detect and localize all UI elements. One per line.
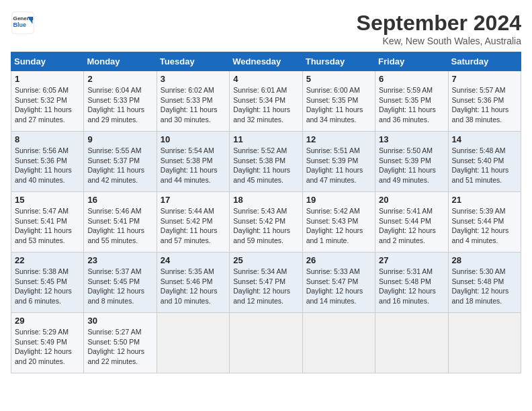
day-info: Sunrise: 5:39 AM Sunset: 5:44 PM Dayligh… <box>452 206 517 246</box>
day-info: Sunrise: 5:33 AM Sunset: 5:47 PM Dayligh… <box>306 267 371 306</box>
day-info: Sunrise: 5:29 AM Sunset: 5:49 PM Dayligh… <box>15 327 80 367</box>
day-info: Sunrise: 5:34 AM Sunset: 5:47 PM Dayligh… <box>233 267 298 306</box>
day-info: Sunrise: 5:37 AM Sunset: 5:45 PM Dayligh… <box>87 267 152 306</box>
day-number: 12 <box>306 134 371 144</box>
table-row: 21Sunrise: 5:39 AM Sunset: 5:44 PM Dayli… <box>448 192 521 253</box>
table-row <box>302 313 375 373</box>
day-number: 4 <box>233 74 298 84</box>
table-row: 16Sunrise: 5:46 AM Sunset: 5:41 PM Dayli… <box>84 192 157 253</box>
table-row: 28Sunrise: 5:30 AM Sunset: 5:48 PM Dayli… <box>448 253 521 313</box>
day-info: Sunrise: 6:00 AM Sunset: 5:35 PM Dayligh… <box>306 85 371 125</box>
table-row: 17Sunrise: 5:44 AM Sunset: 5:42 PM Dayli… <box>157 192 229 253</box>
day-number: 6 <box>379 74 444 84</box>
day-info: Sunrise: 5:31 AM Sunset: 5:48 PM Dayligh… <box>379 267 444 306</box>
table-row: 6Sunrise: 5:59 AM Sunset: 5:35 PM Daylig… <box>375 71 448 132</box>
table-row: 15Sunrise: 5:47 AM Sunset: 5:41 PM Dayli… <box>11 192 84 253</box>
day-info: Sunrise: 5:46 AM Sunset: 5:41 PM Dayligh… <box>87 206 152 246</box>
day-number: 8 <box>15 134 80 144</box>
page-header: General Blue September 2024 Kew, New Sou… <box>11 11 521 46</box>
table-row: 7Sunrise: 5:57 AM Sunset: 5:36 PM Daylig… <box>448 71 521 132</box>
table-row: 22Sunrise: 5:38 AM Sunset: 5:45 PM Dayli… <box>11 253 84 313</box>
table-row: 5Sunrise: 6:00 AM Sunset: 5:35 PM Daylig… <box>302 71 375 132</box>
table-row: 18Sunrise: 5:43 AM Sunset: 5:42 PM Dayli… <box>230 192 302 253</box>
day-number: 21 <box>452 195 517 205</box>
table-row: 26Sunrise: 5:33 AM Sunset: 5:47 PM Dayli… <box>302 253 375 313</box>
calendar-table: Sunday Monday Tuesday Wednesday Thursday… <box>11 52 521 373</box>
table-row: 29Sunrise: 5:29 AM Sunset: 5:49 PM Dayli… <box>11 313 84 373</box>
table-row: 30Sunrise: 5:27 AM Sunset: 5:50 PM Dayli… <box>84 313 157 373</box>
title-block: September 2024 Kew, New South Wales, Aus… <box>357 11 521 46</box>
day-info: Sunrise: 6:02 AM Sunset: 5:33 PM Dayligh… <box>161 85 226 125</box>
location: Kew, New South Wales, Australia <box>357 36 521 46</box>
day-number: 9 <box>87 134 152 144</box>
col-friday: Friday <box>375 52 448 71</box>
table-row: 2Sunrise: 6:04 AM Sunset: 5:33 PM Daylig… <box>84 71 157 132</box>
table-row: 1Sunrise: 6:05 AM Sunset: 5:32 PM Daylig… <box>11 71 84 132</box>
col-tuesday: Tuesday <box>157 52 229 71</box>
col-sunday: Sunday <box>11 52 84 71</box>
day-info: Sunrise: 5:50 AM Sunset: 5:39 PM Dayligh… <box>379 146 444 185</box>
day-info: Sunrise: 6:01 AM Sunset: 5:34 PM Dayligh… <box>233 85 298 125</box>
col-monday: Monday <box>84 52 157 71</box>
calendar-header-row: Sunday Monday Tuesday Wednesday Thursday… <box>11 52 521 71</box>
day-info: Sunrise: 5:48 AM Sunset: 5:40 PM Dayligh… <box>452 146 517 185</box>
day-info: Sunrise: 5:38 AM Sunset: 5:45 PM Dayligh… <box>15 267 80 306</box>
day-info: Sunrise: 6:05 AM Sunset: 5:32 PM Dayligh… <box>15 85 80 125</box>
day-info: Sunrise: 5:52 AM Sunset: 5:38 PM Dayligh… <box>233 146 298 185</box>
day-info: Sunrise: 5:43 AM Sunset: 5:42 PM Dayligh… <box>233 206 298 246</box>
table-row <box>157 313 229 373</box>
day-number: 16 <box>87 195 152 205</box>
day-number: 30 <box>87 316 152 326</box>
day-info: Sunrise: 5:59 AM Sunset: 5:35 PM Dayligh… <box>379 85 444 125</box>
calendar-week-row: 15Sunrise: 5:47 AM Sunset: 5:41 PM Dayli… <box>11 192 521 253</box>
day-number: 24 <box>161 255 226 265</box>
day-number: 29 <box>15 316 80 326</box>
day-info: Sunrise: 5:56 AM Sunset: 5:36 PM Dayligh… <box>15 146 80 185</box>
day-number: 5 <box>306 74 371 84</box>
col-saturday: Saturday <box>448 52 521 71</box>
day-info: Sunrise: 5:55 AM Sunset: 5:37 PM Dayligh… <box>87 146 152 185</box>
table-row <box>448 313 521 373</box>
table-row: 3Sunrise: 6:02 AM Sunset: 5:33 PM Daylig… <box>157 71 229 132</box>
day-info: Sunrise: 5:44 AM Sunset: 5:42 PM Dayligh… <box>161 206 226 246</box>
day-info: Sunrise: 5:54 AM Sunset: 5:38 PM Dayligh… <box>161 146 226 185</box>
day-number: 13 <box>379 134 444 144</box>
day-number: 19 <box>306 195 371 205</box>
day-info: Sunrise: 5:30 AM Sunset: 5:48 PM Dayligh… <box>452 267 517 306</box>
logo-icon: General Blue <box>11 11 35 35</box>
table-row: 13Sunrise: 5:50 AM Sunset: 5:39 PM Dayli… <box>375 132 448 192</box>
day-info: Sunrise: 6:04 AM Sunset: 5:33 PM Dayligh… <box>87 85 152 125</box>
day-number: 25 <box>233 255 298 265</box>
day-info: Sunrise: 5:35 AM Sunset: 5:46 PM Dayligh… <box>161 267 226 306</box>
table-row <box>375 313 448 373</box>
day-info: Sunrise: 5:27 AM Sunset: 5:50 PM Dayligh… <box>87 327 152 367</box>
table-row: 20Sunrise: 5:41 AM Sunset: 5:44 PM Dayli… <box>375 192 448 253</box>
day-number: 11 <box>233 134 298 144</box>
table-row: 11Sunrise: 5:52 AM Sunset: 5:38 PM Dayli… <box>230 132 302 192</box>
svg-text:Blue: Blue <box>13 21 27 28</box>
day-info: Sunrise: 5:47 AM Sunset: 5:41 PM Dayligh… <box>15 206 80 246</box>
day-number: 26 <box>306 255 371 265</box>
day-number: 3 <box>161 74 226 84</box>
day-number: 2 <box>87 74 152 84</box>
day-number: 27 <box>379 255 444 265</box>
day-number: 20 <box>379 195 444 205</box>
day-info: Sunrise: 5:51 AM Sunset: 5:39 PM Dayligh… <box>306 146 371 185</box>
logo: General Blue <box>11 11 35 35</box>
col-thursday: Thursday <box>302 52 375 71</box>
day-info: Sunrise: 5:42 AM Sunset: 5:43 PM Dayligh… <box>306 206 371 246</box>
table-row: 23Sunrise: 5:37 AM Sunset: 5:45 PM Dayli… <box>84 253 157 313</box>
table-row: 12Sunrise: 5:51 AM Sunset: 5:39 PM Dayli… <box>302 132 375 192</box>
day-number: 22 <box>15 255 80 265</box>
table-row <box>230 313 302 373</box>
day-info: Sunrise: 5:57 AM Sunset: 5:36 PM Dayligh… <box>452 85 517 125</box>
day-number: 7 <box>452 74 517 84</box>
day-info: Sunrise: 5:41 AM Sunset: 5:44 PM Dayligh… <box>379 206 444 246</box>
table-row: 27Sunrise: 5:31 AM Sunset: 5:48 PM Dayli… <box>375 253 448 313</box>
day-number: 15 <box>15 195 80 205</box>
month-year: September 2024 <box>357 11 521 36</box>
calendar-week-row: 8Sunrise: 5:56 AM Sunset: 5:36 PM Daylig… <box>11 132 521 192</box>
table-row: 8Sunrise: 5:56 AM Sunset: 5:36 PM Daylig… <box>11 132 84 192</box>
table-row: 24Sunrise: 5:35 AM Sunset: 5:46 PM Dayli… <box>157 253 229 313</box>
table-row: 10Sunrise: 5:54 AM Sunset: 5:38 PM Dayli… <box>157 132 229 192</box>
